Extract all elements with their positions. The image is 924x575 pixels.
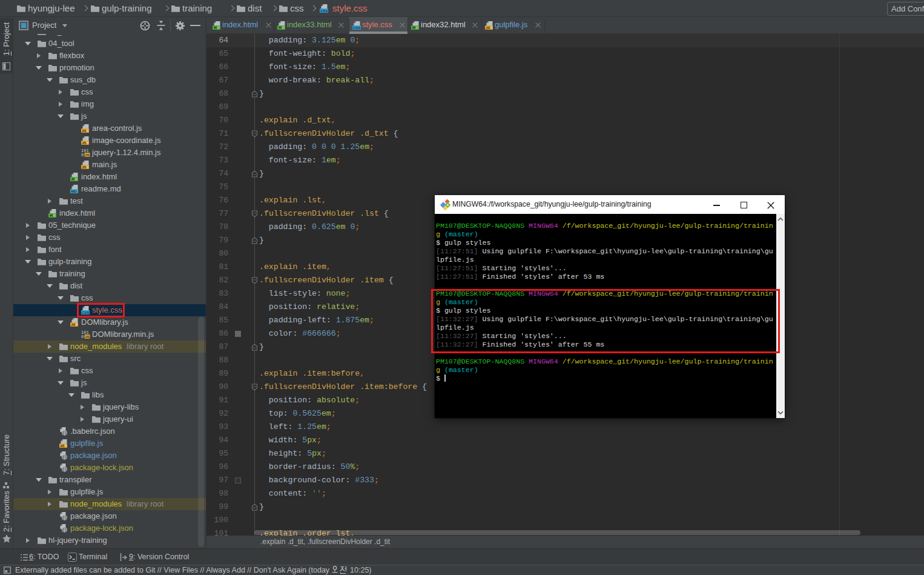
svg-text:CSS: CSS — [320, 8, 328, 13]
